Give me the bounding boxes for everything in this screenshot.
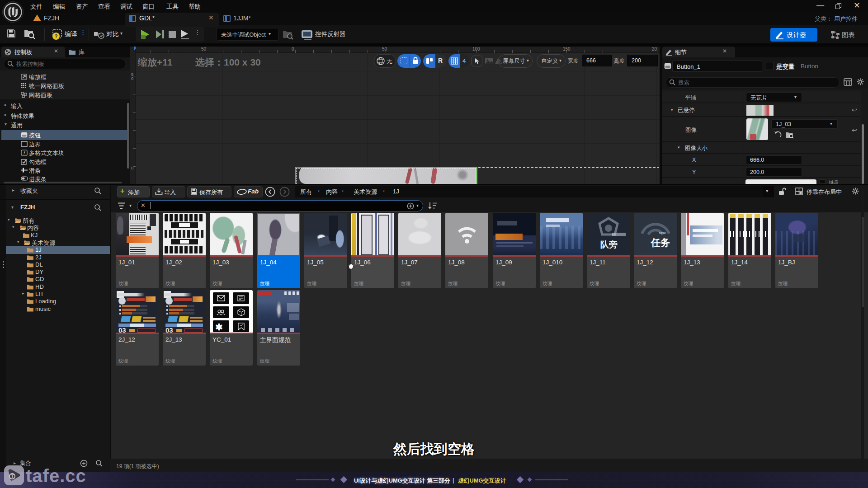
svg-text:?: ? bbox=[55, 33, 58, 39]
svg-text:T: T bbox=[11, 474, 14, 479]
svg-text:f: f bbox=[24, 151, 25, 155]
